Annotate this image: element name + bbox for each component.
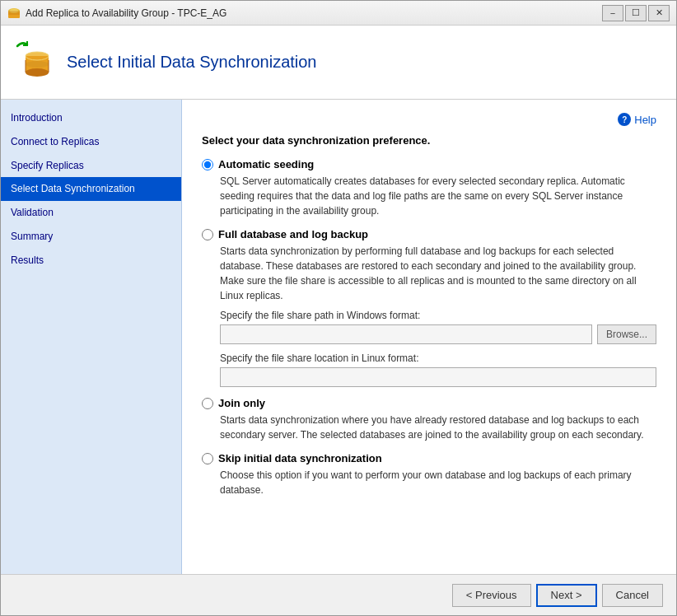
- option-join-only-desc: Starts data synchronization where you ha…: [220, 413, 656, 442]
- cancel-button[interactable]: Cancel: [602, 584, 663, 607]
- title-bar: Add Replica to Availability Group - TPC-…: [1, 1, 676, 26]
- header-section: Select Initial Data Synchronization: [1, 26, 676, 100]
- title-bar-text: Add Replica to Availability Group - TPC-…: [26, 7, 602, 19]
- option-join-only-label: Join only: [218, 397, 265, 409]
- option-full-backup: Full database and log backup Starts data…: [202, 228, 656, 387]
- option-join-only: Join only Starts data synchronization wh…: [202, 397, 656, 442]
- window-icon: [7, 7, 21, 20]
- svg-point-6: [26, 68, 49, 77]
- sidebar-item-specify-replicas[interactable]: Specify Replicas: [1, 154, 181, 178]
- file-share-windows-label: Specify the file share path in Windows f…: [220, 310, 656, 321]
- header-title: Select Initial Data Synchronization: [67, 53, 317, 72]
- radio-label-skip-initial[interactable]: Skip initial data synchronization: [202, 452, 656, 464]
- option-skip-initial: Skip initial data synchronization Choose…: [202, 452, 656, 497]
- sidebar-item-results[interactable]: Results: [1, 249, 181, 273]
- file-share-linux-row: [220, 367, 656, 387]
- radio-label-full-backup[interactable]: Full database and log backup: [202, 228, 656, 240]
- help-link-area: ? Help: [202, 113, 656, 126]
- help-label: Help: [634, 114, 656, 126]
- radio-label-join-only[interactable]: Join only: [202, 397, 656, 409]
- radio-label-automatic-seeding[interactable]: Automatic seeding: [202, 158, 656, 170]
- close-button[interactable]: ✕: [648, 5, 670, 21]
- svg-rect-3: [8, 11, 20, 15]
- option-automatic-seeding: Automatic seeding SQL Server automatical…: [202, 158, 656, 218]
- file-share-linux-label: Specify the file share location in Linux…: [220, 352, 656, 364]
- sidebar-item-summary[interactable]: Summary: [1, 225, 181, 249]
- help-button[interactable]: ? Help: [618, 113, 656, 126]
- option-full-backup-label: Full database and log backup: [218, 228, 368, 240]
- sidebar-item-connect-to-replicas[interactable]: Connect to Replicas: [1, 130, 181, 154]
- option-skip-initial-desc: Choose this option if you want to perfor…: [220, 468, 656, 497]
- minimize-button[interactable]: −: [602, 5, 623, 21]
- option-full-backup-desc: Starts data synchronization by performin…: [220, 244, 656, 303]
- option-skip-initial-label: Skip initial data synchronization: [218, 452, 382, 464]
- main-window: Add Replica to Availability Group - TPC-…: [0, 0, 677, 616]
- browse-button[interactable]: Browse...: [597, 324, 656, 344]
- radio-join-only[interactable]: [202, 398, 213, 409]
- previous-button[interactable]: < Previous: [452, 584, 531, 607]
- file-share-windows-input[interactable]: [220, 324, 592, 344]
- content-area: Introduction Connect to Replicas Specify…: [1, 100, 676, 574]
- option-automatic-seeding-desc: SQL Server automatically creates databas…: [220, 174, 656, 218]
- sidebar-item-validation[interactable]: Validation: [1, 201, 181, 225]
- sidebar-item-select-data-synchronization[interactable]: Select Data Synchronization: [1, 177, 181, 201]
- next-button[interactable]: Next >: [536, 584, 597, 607]
- sidebar: Introduction Connect to Replicas Specify…: [1, 100, 182, 574]
- file-share-windows-row: Browse...: [220, 324, 656, 344]
- footer: < Previous Next > Cancel: [1, 574, 676, 615]
- file-share-section: Specify the file share path in Windows f…: [220, 310, 656, 387]
- maximize-button[interactable]: ☐: [625, 5, 647, 21]
- radio-full-backup[interactable]: [202, 229, 213, 240]
- option-automatic-seeding-label: Automatic seeding: [218, 158, 314, 170]
- header-icon: [14, 38, 55, 87]
- radio-skip-initial[interactable]: [202, 453, 213, 464]
- main-panel: ? Help Select your data synchronization …: [182, 100, 676, 574]
- sidebar-item-introduction[interactable]: Introduction: [1, 106, 181, 130]
- radio-automatic-seeding[interactable]: [202, 159, 213, 170]
- svg-point-8: [26, 61, 49, 68]
- file-share-linux-input[interactable]: [220, 367, 656, 387]
- title-bar-controls: − ☐ ✕: [602, 5, 670, 21]
- help-icon: ?: [618, 113, 631, 126]
- section-prompt: Select your data synchronization prefere…: [202, 134, 656, 147]
